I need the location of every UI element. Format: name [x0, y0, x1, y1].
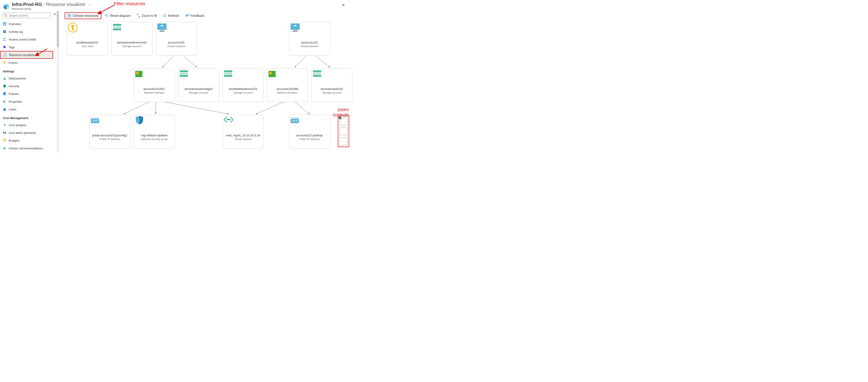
page-title-separator: | — [43, 2, 44, 7]
resource-name: nsg-default-rdpallow — [140, 134, 169, 137]
feedback-button[interactable]: Feedback — [183, 12, 207, 19]
sidebar-item-locks[interactable]: Locks — [0, 105, 53, 113]
sidebar-item-label: Overview — [9, 22, 21, 26]
resource-type: Virtual machine — [299, 45, 320, 47]
refresh-icon — [163, 14, 166, 18]
resource-node-publicip[interactable]: account102-publicip Public IP address — [289, 115, 330, 149]
events-icon — [3, 61, 6, 64]
svg-point-88 — [294, 121, 296, 122]
svg-rect-3 — [4, 23, 5, 24]
sidebar-item-budgets[interactable]: Budgets — [0, 136, 53, 144]
storage-icon — [192, 72, 205, 85]
svg-point-83 — [228, 119, 229, 120]
resource-type: Network interface — [276, 91, 299, 94]
svg-point-45 — [68, 23, 77, 32]
resource-type: Storage account — [121, 45, 143, 47]
svg-line-1 — [6, 16, 7, 17]
refresh-button[interactable]: Refresh — [160, 12, 182, 19]
resource-node-vm[interactable]: accounts102 Virtual machine — [289, 22, 330, 56]
zoom-fit-button[interactable] — [340, 118, 347, 125]
sidebar-item-label: Cost analysis — [9, 123, 26, 127]
sidebar-item-iam[interactable]: Access control (IAM) — [0, 35, 53, 43]
sidebar-item-label: Locks — [9, 108, 17, 111]
svg-rect-72 — [275, 73, 276, 74]
sidebar-item-advisor[interactable]: Advisor recommendations — [0, 144, 53, 152]
svg-point-87 — [292, 121, 293, 122]
sidebar-item-label: Deployments — [9, 77, 26, 80]
close-button[interactable]: ✕ — [340, 2, 347, 9]
svg-rect-6 — [4, 31, 5, 31]
svg-rect-26 — [3, 109, 6, 110]
search-input[interactable] — [9, 14, 49, 17]
page-title-sub: Resource visualizer — [46, 2, 86, 7]
sidebar-item-tags[interactable]: Tags — [0, 43, 53, 51]
svg-rect-76 — [313, 75, 321, 77]
resource-node-nsg[interactable]: nsg-default-rdpallow Network security gr… — [134, 115, 175, 149]
sidebar-item-deployments[interactable]: Deployments — [0, 74, 53, 82]
svg-rect-49 — [113, 24, 121, 26]
sidebar-item-label: Events — [9, 61, 18, 64]
zoom-out-button[interactable] — [340, 137, 347, 145]
resource-name: accounts101907 — [142, 87, 166, 91]
sidebar-item-label: Access control (IAM) — [9, 38, 36, 41]
costanalysis-icon: $ — [3, 123, 6, 127]
svg-line-44 — [295, 102, 310, 114]
choose-resources-button[interactable]: Choose resources — [65, 12, 101, 19]
sidebar-item-costanalysis[interactable]: $ Cost analysis — [0, 121, 53, 129]
sidebar-item-label: Resource visualizer — [9, 53, 35, 57]
sidebar-item-label: Policies — [9, 92, 19, 96]
svg-line-43 — [256, 102, 283, 114]
resource-node-vm[interactable]: accounts101 Virtual machine — [156, 22, 197, 56]
tags-icon — [3, 45, 6, 49]
resource-node-storage[interactable]: stsoftdeletedemov201 Storage account — [222, 68, 264, 102]
resource-type: Virtual network — [233, 138, 253, 140]
resource-node-nic[interactable]: accounts101907 Network interface — [134, 68, 175, 102]
more-actions-button[interactable]: … — [88, 2, 92, 6]
svg-rect-60 — [142, 72, 143, 73]
resource-group-icon — [2, 3, 10, 11]
resource-node-storage[interactable]: amsharmastlrsrecov01 Storage account — [112, 22, 152, 56]
reset-diagram-button[interactable]: Reset diagram — [102, 12, 133, 19]
svg-rect-86 — [290, 117, 299, 119]
svg-rect-35 — [187, 14, 189, 16]
sidebar-item-activitylog[interactable]: Activity log — [0, 28, 53, 35]
sidebar-item-security[interactable]: Security — [0, 82, 53, 90]
svg-rect-64 — [180, 73, 188, 74]
costalerts-icon: $ — [3, 131, 6, 134]
sidebar-item-policies[interactable]: Policies — [0, 90, 53, 98]
resource-node-keyvault[interactable]: prodkeyvault101 Key vault — [67, 22, 108, 56]
zoom-to-fit-button[interactable]: Zoom to fit — [134, 12, 159, 19]
resource-node-publicip[interactable]: pubip-account101ipconfig1 Public IP addr… — [89, 115, 130, 149]
svg-point-25 — [5, 100, 6, 101]
sidebar-item-label: Cost alerts (preview) — [9, 131, 36, 134]
svg-text:$: $ — [4, 123, 5, 127]
svg-point-84 — [229, 119, 231, 120]
resource-node-storage[interactable]: amsharmastlrs01 Storage account — [311, 68, 352, 102]
sidebar-item-events[interactable]: Events — [0, 59, 53, 66]
svg-rect-69 — [269, 71, 275, 77]
svg-rect-58 — [135, 71, 142, 77]
resource-node-storage[interactable]: amsharmastlrsdiag01 Storage account — [178, 68, 219, 102]
svg-rect-24 — [3, 102, 5, 103]
keyvault-icon — [81, 25, 94, 38]
diagram-canvas[interactable]: prodkeyvault101 Key vault amsharmastlrsr… — [65, 22, 351, 150]
resource-node-vnet[interactable]: vnet_mgmt_10.10.10.0.24 Virtual network — [222, 115, 264, 149]
svg-point-0 — [5, 14, 7, 16]
budgets-icon — [3, 139, 6, 142]
vm-icon — [303, 25, 316, 38]
svg-rect-67 — [224, 73, 232, 74]
search-input-wrap[interactable] — [3, 13, 50, 18]
sidebar-item-overview[interactable]: Overview — [0, 20, 53, 28]
search-icon — [4, 14, 7, 17]
resource-node-nic[interactable]: accounts102466 Network interface — [267, 68, 308, 102]
svg-rect-66 — [224, 70, 232, 72]
svg-point-12 — [5, 53, 5, 54]
sidebar-item-visualizer[interactable]: Resource visualizer — [0, 51, 53, 59]
resource-name: prodkeyvault101 — [75, 41, 99, 44]
sidebar-item-properties[interactable]: Properties — [0, 98, 53, 105]
locks-icon — [3, 107, 6, 111]
properties-icon — [3, 100, 6, 103]
svg-point-33 — [5, 147, 6, 148]
sidebar-item-costalerts[interactable]: $ Cost alerts (preview) — [0, 129, 53, 136]
zoom-in-button[interactable] — [340, 127, 347, 135]
